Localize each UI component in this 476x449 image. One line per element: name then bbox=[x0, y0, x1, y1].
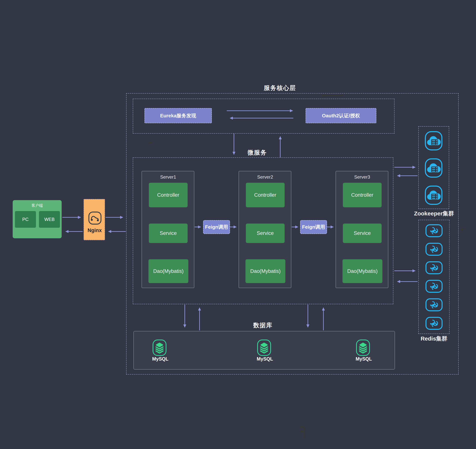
micro-layer-title: 微服务 bbox=[238, 149, 276, 157]
db-layer-title: 数据库 bbox=[244, 322, 282, 329]
server2-controller[interactable]: Controller bbox=[246, 183, 285, 207]
server1-title: Server1 bbox=[142, 174, 195, 180]
server3-box[interactable]: Server3 Controller Service Dao(Mybatis) bbox=[336, 171, 388, 288]
server2-title: Server2 bbox=[239, 174, 292, 180]
mysql-label: MySQL bbox=[356, 356, 372, 362]
core-layer-title: 服务核心层 bbox=[252, 84, 308, 92]
cloud-server-icon bbox=[424, 131, 443, 151]
client-web-box[interactable]: WEB bbox=[39, 211, 60, 228]
server3-controller[interactable]: Controller bbox=[343, 183, 382, 207]
mysql-db-icon bbox=[152, 339, 168, 356]
cloud-server-icon bbox=[424, 158, 443, 178]
oauth2-node[interactable]: Oauth2认证/授权 bbox=[306, 108, 376, 123]
cluster-swirl-icon bbox=[425, 317, 443, 330]
nginx-box[interactable]: Nginx bbox=[84, 199, 105, 240]
nginx-label: Nginx bbox=[84, 227, 105, 233]
server1-box[interactable]: Server1 Controller Service Dao(Mybatis) bbox=[142, 171, 194, 288]
mysql-label: MySQL bbox=[152, 356, 168, 362]
mysql-label: MySQL bbox=[257, 356, 273, 362]
zookeeper-cluster-label: Zookeeper集群 bbox=[412, 210, 456, 217]
server1-dao[interactable]: Dao(Mybatis) bbox=[149, 259, 188, 283]
server2-dao[interactable]: Dao(Mybatis) bbox=[246, 259, 285, 283]
zookeeper-node-3[interactable] bbox=[424, 185, 443, 205]
client-box[interactable]: 客户端 PC WEB bbox=[13, 200, 62, 238]
mysql-instance-3[interactable]: MySQL bbox=[356, 339, 372, 363]
cluster-swirl-icon bbox=[425, 261, 443, 275]
cluster-swirl-icon bbox=[425, 224, 443, 237]
mysql-db-icon bbox=[257, 339, 273, 356]
mysql-instance-1[interactable]: MySQL bbox=[152, 339, 168, 363]
client-pc-box[interactable]: PC bbox=[15, 211, 36, 228]
server2-service[interactable]: Service bbox=[246, 224, 285, 243]
arrow-nginx-core bbox=[106, 217, 126, 231]
redis-node-6[interactable] bbox=[425, 317, 443, 330]
eureka-node[interactable]: Eureka服务发现 bbox=[144, 108, 212, 123]
redis-node-2[interactable] bbox=[425, 242, 443, 256]
server2-box[interactable]: Server2 Controller Service Dao(Mybatis) bbox=[239, 171, 291, 288]
feign-call-node-1[interactable]: Feign调用 bbox=[203, 220, 230, 234]
nginx-icon bbox=[88, 211, 102, 225]
server1-service[interactable]: Service bbox=[149, 224, 188, 243]
arrow-client-nginx bbox=[63, 217, 83, 231]
server3-service[interactable]: Service bbox=[343, 224, 382, 243]
zookeeper-node-2[interactable] bbox=[424, 158, 443, 178]
cloud-server-icon bbox=[424, 185, 443, 205]
server3-title: Server3 bbox=[336, 174, 388, 180]
feign-call-node-2[interactable]: Feign调用 bbox=[300, 220, 327, 234]
server1-controller[interactable]: Controller bbox=[149, 183, 188, 207]
diagram-canvas: 服务核心层 Eureka服务发现 Oauth2认证/授权 微服务 Server1… bbox=[0, 0, 476, 449]
zookeeper-node-1[interactable] bbox=[424, 131, 443, 151]
redis-node-5[interactable] bbox=[425, 298, 443, 312]
cluster-swirl-icon bbox=[425, 242, 443, 256]
cluster-swirl-icon bbox=[425, 280, 443, 293]
mysql-instance-2[interactable]: MySQL bbox=[257, 339, 273, 363]
server3-dao[interactable]: Dao(Mybatis) bbox=[343, 259, 382, 283]
redis-node-4[interactable] bbox=[425, 280, 443, 293]
mysql-db-icon bbox=[356, 339, 372, 356]
cluster-swirl-icon bbox=[425, 298, 443, 312]
redis-node-3[interactable] bbox=[425, 261, 443, 275]
redis-cluster-label: Redis集群 bbox=[415, 335, 453, 342]
redis-node-1[interactable] bbox=[425, 224, 443, 237]
client-title: 客户端 bbox=[13, 203, 62, 208]
